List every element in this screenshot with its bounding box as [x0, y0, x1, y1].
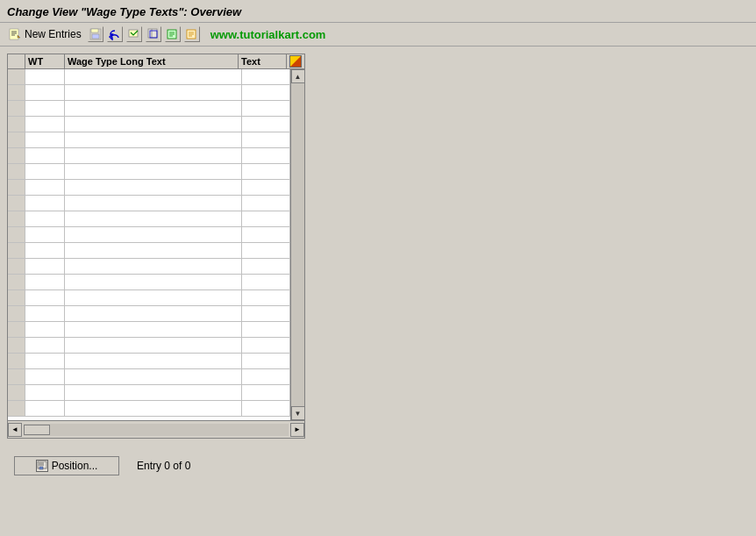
row-text-cell[interactable]: [242, 401, 290, 416]
row-long-text-cell[interactable]: [65, 369, 242, 384]
undo-button[interactable]: [107, 26, 123, 42]
scroll-up-btn[interactable]: ▲: [291, 69, 305, 83]
row-wt-cell[interactable]: [25, 306, 65, 321]
row-long-text-cell[interactable]: [65, 338, 242, 353]
row-text-cell[interactable]: [242, 275, 290, 289]
row-text-cell[interactable]: [242, 290, 290, 305]
row-selector[interactable]: [8, 211, 25, 226]
row-selector[interactable]: [8, 290, 25, 305]
row-selector[interactable]: [8, 243, 25, 258]
row-text-cell[interactable]: [242, 117, 290, 132]
table-row[interactable]: [8, 354, 290, 369]
row-text-cell[interactable]: [242, 338, 290, 353]
position-button[interactable]: Position...: [14, 456, 119, 475]
row-long-text-cell[interactable]: [65, 306, 242, 321]
row-wt-cell[interactable]: [25, 196, 65, 211]
table-row[interactable]: [8, 180, 290, 196]
table-row[interactable]: [8, 243, 290, 259]
row-text-cell[interactable]: [242, 69, 290, 84]
other-icon-1[interactable]: [126, 26, 142, 42]
row-selector[interactable]: [8, 85, 25, 100]
row-wt-cell[interactable]: [25, 117, 65, 132]
row-selector[interactable]: [8, 69, 25, 84]
row-wt-cell[interactable]: [25, 290, 65, 305]
row-text-cell[interactable]: [242, 101, 290, 116]
table-row[interactable]: [8, 369, 290, 385]
row-long-text-cell[interactable]: [65, 354, 242, 368]
row-long-text-cell[interactable]: [65, 132, 242, 147]
row-selector[interactable]: [8, 322, 25, 337]
row-selector[interactable]: [8, 401, 25, 416]
row-wt-cell[interactable]: [25, 69, 65, 84]
row-long-text-cell[interactable]: [65, 180, 242, 195]
row-wt-cell[interactable]: [25, 85, 65, 100]
scroll-left-btn[interactable]: ◄: [8, 423, 22, 437]
row-wt-cell[interactable]: [25, 211, 65, 226]
row-text-cell[interactable]: [242, 259, 290, 274]
row-long-text-cell[interactable]: [65, 259, 242, 274]
row-selector[interactable]: [8, 101, 25, 116]
row-long-text-cell[interactable]: [65, 227, 242, 242]
row-text-cell[interactable]: [242, 227, 290, 242]
row-text-cell[interactable]: [242, 180, 290, 195]
row-wt-cell[interactable]: [25, 369, 65, 384]
row-long-text-cell[interactable]: [65, 275, 242, 289]
row-selector[interactable]: [8, 132, 25, 147]
h-scroll-thumb[interactable]: [24, 425, 50, 435]
row-wt-cell[interactable]: [25, 354, 65, 368]
table-row[interactable]: [8, 322, 290, 338]
table-row[interactable]: [8, 85, 290, 101]
table-row[interactable]: [8, 117, 290, 132]
row-wt-cell[interactable]: [25, 322, 65, 337]
row-text-cell[interactable]: [242, 243, 290, 258]
row-wt-cell[interactable]: [25, 164, 65, 179]
row-long-text-cell[interactable]: [65, 243, 242, 258]
row-long-text-cell[interactable]: [65, 117, 242, 132]
row-selector[interactable]: [8, 117, 25, 132]
table-row[interactable]: [8, 227, 290, 243]
row-wt-cell[interactable]: [25, 101, 65, 116]
row-wt-cell[interactable]: [25, 132, 65, 147]
row-selector[interactable]: [8, 338, 25, 353]
row-text-cell[interactable]: [242, 385, 290, 400]
row-selector[interactable]: [8, 259, 25, 274]
col-config-btn[interactable]: [287, 54, 304, 68]
table-row[interactable]: [8, 164, 290, 180]
table-row[interactable]: [8, 259, 290, 275]
table-row[interactable]: [8, 401, 290, 417]
h-scroll-track[interactable]: [24, 424, 289, 436]
row-selector[interactable]: [8, 148, 25, 163]
scroll-down-btn[interactable]: ▼: [291, 406, 305, 420]
row-long-text-cell[interactable]: [65, 196, 242, 211]
table-row[interactable]: [8, 290, 290, 306]
row-text-cell[interactable]: [242, 164, 290, 179]
table-row[interactable]: [8, 132, 290, 148]
row-text-cell[interactable]: [242, 85, 290, 100]
row-wt-cell[interactable]: [25, 148, 65, 163]
row-long-text-cell[interactable]: [65, 211, 242, 226]
other-icon-3[interactable]: [165, 26, 181, 42]
row-selector[interactable]: [8, 369, 25, 384]
new-entries-button[interactable]: New Entries: [5, 26, 84, 42]
row-long-text-cell[interactable]: [65, 148, 242, 163]
row-text-cell[interactable]: [242, 369, 290, 384]
table-row[interactable]: [8, 148, 290, 164]
row-long-text-cell[interactable]: [65, 85, 242, 100]
table-row[interactable]: [8, 196, 290, 211]
row-long-text-cell[interactable]: [65, 101, 242, 116]
row-wt-cell[interactable]: [25, 275, 65, 289]
row-selector[interactable]: [8, 227, 25, 242]
row-long-text-cell[interactable]: [65, 385, 242, 400]
row-text-cell[interactable]: [242, 132, 290, 147]
table-row[interactable]: [8, 275, 290, 290]
table-row[interactable]: [8, 211, 290, 227]
row-wt-cell[interactable]: [25, 180, 65, 195]
row-long-text-cell[interactable]: [65, 401, 242, 416]
row-long-text-cell[interactable]: [65, 69, 242, 84]
table-row[interactable]: [8, 101, 290, 117]
row-long-text-cell[interactable]: [65, 290, 242, 305]
row-selector[interactable]: [8, 164, 25, 179]
scroll-right-btn[interactable]: ►: [290, 423, 304, 437]
row-selector[interactable]: [8, 275, 25, 289]
other-icon-2[interactable]: [146, 26, 161, 42]
